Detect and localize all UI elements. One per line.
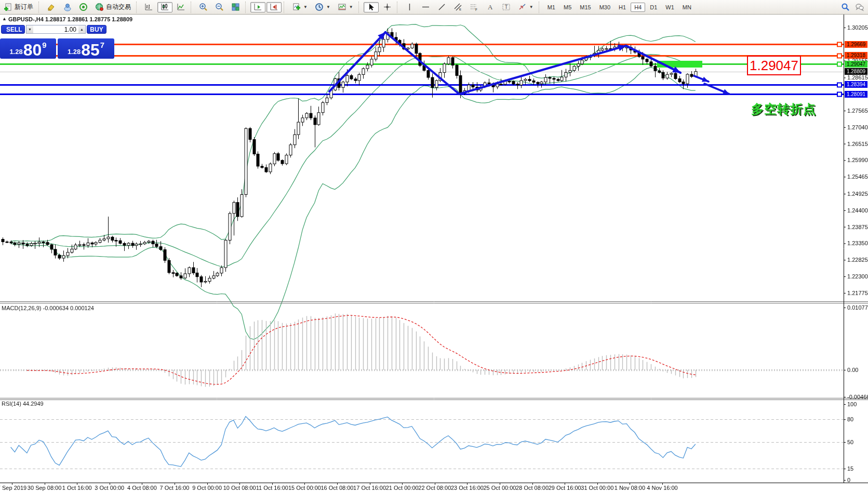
timeframe-group: M1M5M15M30H1H4D1W1MN [543,3,696,12]
sell-price-prefix: 1.28 [9,48,22,56]
zoom-out-icon [215,3,224,11]
new-order-icon [4,3,12,11]
time-axis-label: 31 Oct 00:00 [581,485,613,491]
candle-chart-mode-button[interactable] [157,2,172,12]
time-axis-label: 22 Oct 08:00 [418,485,451,491]
time-axis-label: 28 Oct 08:00 [516,485,549,491]
time-axis-label: 25 Oct 00:00 [484,485,516,491]
buy-price-prefix: 1.28 [68,48,81,56]
horizontal-line-tool-button[interactable] [418,2,433,12]
buy-button[interactable]: BUY [87,25,106,34]
cursor-tool-button[interactable] [364,2,379,12]
sell-price-pip: 9 [42,41,46,49]
svg-text:T: T [504,4,508,10]
toolbar-separator [38,2,42,13]
new-order-button[interactable]: 新订单 [1,2,36,12]
price-label-box[interactable]: 1.29047 [747,56,801,75]
time-axis-label: 11 Oct 16:00 [256,485,288,491]
timeframe-button-d1[interactable]: D1 [646,3,661,12]
dropdown-caret: ▼ [303,5,308,9]
zoom-out-button[interactable] [212,2,227,12]
volume-increase-button[interactable]: ▲ [78,25,85,33]
time-axis-label: 23 Oct 16:00 [451,485,484,491]
chart-canvas[interactable] [0,0,868,493]
buy-price-pip: 7 [100,41,104,49]
buy-price-display[interactable]: 1.28857 [58,38,114,59]
crosshair-icon [383,3,392,11]
timeframe-button-w1[interactable]: W1 [662,3,678,12]
chart-ohlc-header: GBPUSD-,H4 1.28817 1.28861 1.28775 1.288… [8,16,132,22]
time-axis-label: 1 Oct 16:00 [62,485,92,491]
clock-icon [315,3,324,11]
bar-chart-mode-button[interactable] [141,2,156,12]
autotrade-label: 自动交易 [106,3,131,11]
crosshair-tool-button[interactable] [380,2,395,12]
channel-tool-button[interactable]: E [450,2,465,12]
rsi-indicator-label: RSI(14) 44.2949 [2,401,44,407]
timeframe-button-m1[interactable]: M1 [544,3,559,12]
toolbar-separator [284,2,287,13]
history-button[interactable] [44,2,59,12]
chart-shift-button[interactable] [266,2,282,12]
profile-button[interactable] [60,2,75,12]
timeframe-button-m5[interactable]: M5 [560,3,575,12]
trendline-tool-button[interactable] [434,2,449,12]
toolbar-separator [245,2,248,13]
time-axis-label: 29 Oct 16:00 [549,485,581,491]
equidistant-channel-icon: E [453,3,462,11]
templates-menu-button[interactable]: ▼ [335,2,356,12]
signal-icon [79,3,88,11]
tile-windows-button[interactable] [228,2,243,12]
main-toolbar: 新订单 自动交易 [0,0,868,15]
arrows-icon [518,3,527,11]
collapse-panel-icon[interactable]: ▲ [2,16,7,21]
buy-price-main: 85 [81,42,100,58]
indicators-menu-button[interactable]: ▼ [289,2,311,12]
text-label-tool-button[interactable]: T [499,2,514,12]
time-axis-label: 3 Oct 00:00 [95,485,124,491]
sell-price-display[interactable]: 1.28809 [0,38,56,59]
sell-button[interactable]: SELL [1,25,25,34]
vertical-line-icon [405,3,414,11]
autotrade-icon [95,3,104,11]
macd-indicator-label: MACD(12,26,9) -0.000634 0.000124 [2,305,94,311]
autotrade-button[interactable]: 自动交易 [92,2,134,12]
text-label-icon: T [502,3,511,11]
timeframe-button-m15[interactable]: M15 [576,3,594,12]
vertical-line-tool-button[interactable] [402,2,417,12]
profile-cloud-icon [63,3,72,11]
horizontal-line-icon [421,3,430,11]
arrows-menu-button[interactable]: ▼ [515,2,537,12]
periods-menu-button[interactable]: ▼ [312,2,333,12]
line-chart-mode-button[interactable] [173,2,189,12]
time-axis-label: 21 Oct 00:00 [386,485,419,491]
volume-stepper: ▼ 1.00 ▲ [26,25,86,34]
timeframe-button-mn[interactable]: MN [679,3,695,12]
price-badge: 1.29047 [845,61,867,68]
timeframe-button-h4[interactable]: H4 [631,3,645,12]
new-order-label: 新订单 [15,3,33,11]
dropdown-caret: ▼ [529,5,533,9]
volume-decrease-button[interactable]: ▼ [26,25,33,33]
signal-button[interactable] [76,2,91,12]
line-chart-icon [177,3,185,11]
fibonacci-tool-button[interactable]: F [466,2,482,12]
search-icon[interactable] [841,3,850,11]
text-icon: A [486,3,495,11]
svg-text:E: E [459,8,461,11]
price-badge: 1.29318 [845,52,867,59]
text-tool-button[interactable]: A [483,2,498,12]
zoom-in-button[interactable] [196,2,211,12]
chat-icon[interactable] [855,3,864,11]
volume-value[interactable]: 1.00 [33,25,78,33]
turning-point-annotation[interactable]: 多空转折点 [751,101,816,117]
time-axis-label: 16 Oct 08:00 [321,485,354,491]
zoom-in-icon [199,3,208,11]
timeframe-button-h1[interactable]: H1 [615,3,630,12]
candlestick-chart-icon [161,3,169,11]
indicators-icon [292,3,301,11]
timeframe-button-m30[interactable]: M30 [596,3,614,12]
time-axis-label: 15 Oct 00:00 [288,485,321,491]
auto-scroll-button[interactable] [250,2,265,12]
time-axis-label: 17 Oct 16:00 [353,485,386,491]
